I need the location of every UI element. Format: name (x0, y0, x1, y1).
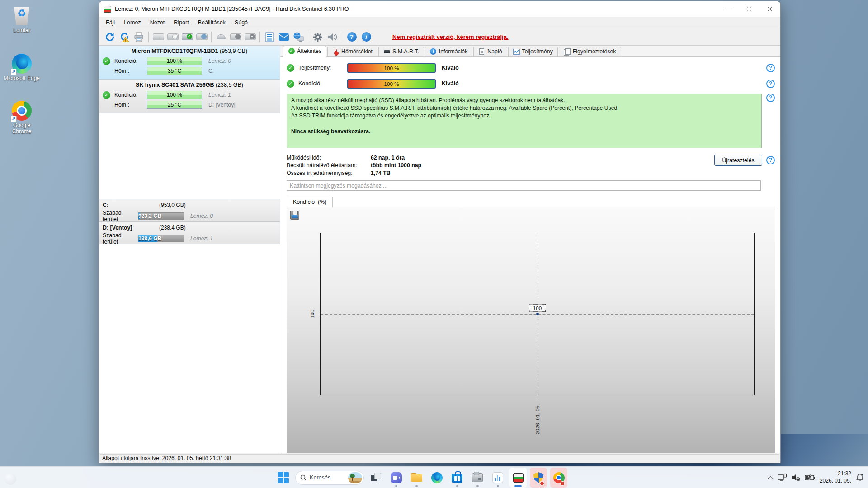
battery-charging-icon[interactable] (805, 474, 816, 481)
tab-log[interactable]: Napló (473, 47, 507, 56)
partition-item-0[interactable]: C:(953,0 GB) Szabad terület 923,2 GB Lem… (99, 199, 280, 222)
hard-disk-sentinel-button[interactable] (509, 468, 527, 488)
desktop-icon-edge[interactable]: ↗ Microsoft Edge (3, 53, 41, 82)
network-button[interactable] (291, 30, 306, 44)
help-icon: ? (347, 32, 357, 42)
stat-label: Működési idő: (287, 155, 371, 161)
disk-title: Micron MTFDKCD1T0QFM-1BD1 (953,9 GB) (103, 48, 276, 54)
disk-ok-button[interactable]: ✓ (180, 30, 194, 44)
main-panel: ✓Áttekintés Hőmérséklet S.M.A.R.T. iInfo… (280, 46, 780, 453)
settings-button[interactable] (311, 30, 325, 44)
chrome-icon (553, 472, 565, 483)
menu-file[interactable]: Fájl (102, 18, 119, 27)
retest-button[interactable]: Újratesztelés (714, 155, 762, 166)
network-tray-icon[interactable] (777, 473, 787, 482)
help-button[interactable]: ? (344, 30, 359, 44)
utility-app-button[interactable] (469, 468, 486, 488)
advice-text: Nincs szükség beavatkozásra. (291, 128, 757, 136)
comment-input[interactable] (287, 180, 761, 191)
sound-button[interactable] (325, 30, 340, 44)
menu-disk[interactable]: Lemez (120, 18, 145, 27)
help-icon[interactable]: ? (766, 94, 775, 102)
help-icon[interactable]: ? (766, 80, 775, 88)
details-button[interactable] (262, 30, 277, 44)
chat-button[interactable] (387, 468, 405, 488)
toolbar-separator (211, 32, 212, 42)
chart-tab-condition[interactable]: Kondíció (%) (287, 197, 333, 207)
menu-bar: Fájl Lemez Nézet Riport Beállítások Súgó (99, 17, 780, 28)
printer-icon (133, 32, 144, 42)
edge-button[interactable] (428, 468, 445, 488)
help-icon[interactable]: ? (766, 156, 775, 164)
register-link[interactable]: Nem regisztrált verzió, kérem regisztrál… (392, 33, 509, 40)
app-icon (104, 6, 111, 13)
disk-tools-button[interactable]: ⌁ (243, 30, 257, 44)
notification-bell-icon[interactable]: z (855, 473, 864, 482)
task-manager-button[interactable] (489, 468, 506, 488)
task-view-button[interactable] (367, 468, 384, 488)
help-icon[interactable]: ? (766, 64, 775, 72)
document-icon (479, 48, 484, 55)
title-bar[interactable]: Lemez: 0, Micron MTFDKCD1T0QFM-1BD1 [235… (99, 1, 780, 17)
chrome-button[interactable] (550, 468, 567, 488)
taskbar-clock[interactable]: 21:32 2026. 01. 05. (820, 470, 851, 484)
shortcut-arrow-icon: ↗ (10, 116, 17, 122)
taskbar: Keresés 21:32 2026. 01. 05. z (0, 466, 868, 488)
menu-help[interactable]: Súgó (231, 18, 252, 27)
disk-item-0[interactable]: Micron MTFDKCD1T0QFM-1BD1 (953,9 GB) ✓ K… (99, 46, 280, 80)
defender-button[interactable] (530, 468, 547, 488)
menu-settings[interactable]: Beállítások (194, 18, 230, 27)
volume-muted-icon[interactable] (791, 474, 801, 482)
shortcut-arrow-icon: ↗ (10, 69, 17, 75)
tab-temperature[interactable]: Hőmérséklet (327, 47, 377, 56)
close-button[interactable] (760, 1, 780, 17)
tab-information[interactable]: iInformációk (425, 47, 473, 56)
disk-search-button[interactable] (194, 30, 209, 44)
desktop-icon-label: Microsoft Edge (3, 75, 41, 82)
tab-overview[interactable]: ✓Áttekintés (283, 46, 326, 57)
disk-clock-icon (167, 33, 179, 40)
desktop-icon-recycle-bin[interactable]: ♻ Lomtár (3, 5, 41, 34)
tab-smart[interactable]: S.M.A.R.T. (378, 47, 424, 56)
minimize-button[interactable] (718, 1, 739, 17)
search-box[interactable]: Keresés (295, 471, 364, 485)
desktop-icon-chrome[interactable]: ↗ Google Chrome (3, 100, 41, 135)
disk-item-1[interactable]: SK hynix SC401 SATA 256GB (238,5 GB) ✓ K… (99, 80, 280, 113)
partition-size: (238,4 GB) (159, 225, 276, 231)
disk-test-button[interactable] (151, 30, 165, 44)
temp-label: Hőm.: (114, 68, 147, 74)
tray-expand-chevron-icon[interactable] (769, 475, 773, 480)
refresh-icon (104, 32, 115, 42)
disk-monitor-button[interactable] (228, 30, 243, 44)
svg-text:!: ! (125, 38, 127, 42)
store-icon (452, 474, 462, 483)
surface-view-button[interactable] (214, 30, 228, 44)
disk-number: Lemez: 0 (184, 213, 276, 219)
tab-performance[interactable]: Teljesítmény (508, 47, 558, 56)
stat-label: Összes írt adatmennyiség: (287, 170, 371, 176)
file-explorer-button[interactable] (408, 468, 425, 488)
menu-view[interactable]: Nézet (146, 18, 169, 27)
status-text: Állapot utoljára frissítve: 2026. 01. 05… (100, 454, 779, 462)
tab-strip: ✓Áttekintés Hőmérséklet S.M.A.R.T. iInfo… (280, 46, 780, 57)
widgets-icon[interactable] (5, 473, 16, 485)
edge-icon (431, 472, 443, 483)
disk-schedule-button[interactable] (165, 30, 180, 44)
menu-report[interactable]: Riport (170, 18, 193, 27)
tab-alerts[interactable]: Figyelmeztetések (559, 47, 621, 56)
email-button[interactable] (277, 30, 291, 44)
utility-app-icon (472, 473, 483, 482)
refresh-button[interactable] (103, 30, 117, 44)
store-button[interactable] (448, 468, 466, 488)
status-bar: Állapot utoljára frissítve: 2026. 01. 05… (99, 453, 780, 463)
free-space-label: Szabad terület (103, 210, 138, 222)
maximize-button[interactable] (739, 1, 760, 17)
performance-label: Teljesítmény: (298, 65, 347, 71)
save-chart-icon[interactable] (290, 211, 299, 220)
report-button[interactable] (132, 30, 146, 44)
start-button[interactable] (275, 468, 292, 488)
analyse-button[interactable]: ! (117, 30, 132, 44)
performance-bar: 100 % (347, 63, 436, 73)
info-button[interactable]: i (359, 30, 373, 44)
partition-item-1[interactable]: D: [Ventoy](238,4 GB) Szabad terület 138… (99, 222, 280, 244)
